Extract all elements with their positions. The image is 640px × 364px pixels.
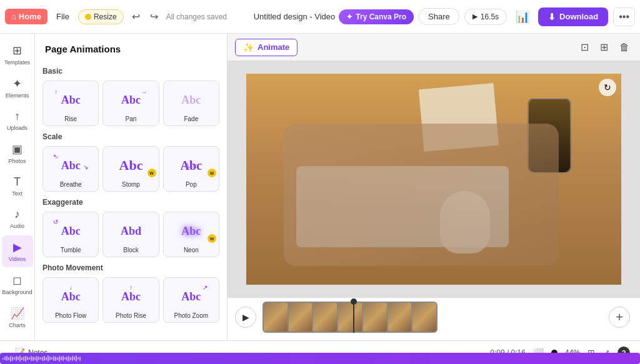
exaggerate-animations-grid: ↺ Abc Tumble Abd Block Abc W Neon xyxy=(42,212,219,257)
hands-element xyxy=(284,124,559,266)
anim-breathe-preview: ↖ Abc ↘ xyxy=(52,152,89,179)
pan-arrow-icon: → xyxy=(141,89,147,96)
breathe-corner-br: ↘ xyxy=(83,164,88,170)
sidebar-item-videos[interactable]: ▶ Videos xyxy=(2,235,33,267)
pop-pro-badge: W xyxy=(208,169,216,177)
uploads-icon: ↑ xyxy=(14,110,20,123)
home-button[interactable]: ⌂ Home xyxy=(5,9,48,24)
anim-tumble[interactable]: ↺ Abc Tumble xyxy=(42,212,99,257)
anim-block[interactable]: Abd Block xyxy=(102,212,159,257)
anim-tumble-preview: ↺ Abc xyxy=(52,217,89,245)
animate-button[interactable]: ✨ Animate xyxy=(235,39,298,56)
film-strip[interactable] xyxy=(262,302,438,333)
redo-button[interactable]: ↪ xyxy=(146,7,162,26)
add-clip-button[interactable]: + xyxy=(609,307,630,328)
photos-label: Photos xyxy=(8,158,26,164)
right-content: ✨ Animate ⊡ ⊞ 🗑 ↻ xyxy=(228,34,640,340)
anim-stomp-text: Abc xyxy=(119,157,143,174)
add-icon: + xyxy=(616,310,623,325)
uploads-label: Uploads xyxy=(7,125,28,131)
basic-animations-grid: ↑ Abc Rise → Abc Pan Abc Fade xyxy=(42,81,219,126)
anim-photorise[interactable]: ↑ Abc Photo Rise xyxy=(102,277,159,323)
canvas-video: ↻ xyxy=(246,74,621,285)
audio-label: Audio xyxy=(10,223,24,229)
refresh-canvas-button[interactable]: ↻ xyxy=(599,79,616,96)
undo-button[interactable]: ↩ xyxy=(128,7,144,26)
more-options-button[interactable]: ••• xyxy=(613,7,635,26)
charts-icon: 📈 xyxy=(11,307,24,320)
sidebar-item-audio[interactable]: ♪ Audio xyxy=(2,203,33,234)
photo-animations-grid: ↓ Abc Photo Flow ↑ Abc Photo Rise ↗ Abc xyxy=(42,277,219,323)
panel-title: Page Animations xyxy=(35,34,227,61)
anim-pan[interactable]: → Abc Pan xyxy=(102,81,159,126)
anim-fade[interactable]: Abc Fade xyxy=(163,81,219,126)
download-button[interactable]: ⬇ Download xyxy=(538,7,608,26)
film-frame-1 xyxy=(264,303,288,332)
analytics-icon[interactable]: 📊 xyxy=(512,7,533,26)
section-scale: Scale xyxy=(42,132,219,141)
sidebar-item-text[interactable]: T Text xyxy=(2,170,33,202)
anim-photoflow[interactable]: ↓ Abc Photo Flow xyxy=(42,277,99,323)
anim-rise-label: Rise xyxy=(64,116,77,122)
delete-page-button[interactable]: 🗑 xyxy=(616,39,632,56)
play-button[interactable]: ▶ xyxy=(235,307,256,328)
sidebar-item-elements[interactable]: ✦ Elements xyxy=(2,72,33,104)
anim-pop-text: Abc xyxy=(181,159,202,173)
sidebar-item-charts[interactable]: 📈 Charts xyxy=(2,302,33,333)
preview-button[interactable]: ▶ 16.5s xyxy=(464,9,507,25)
rise-arrow-up-icon: ↑ xyxy=(54,89,58,96)
home-label: Home xyxy=(19,12,41,21)
anim-block-preview: Abd xyxy=(112,217,149,245)
grid-view-button[interactable]: ⊞ xyxy=(597,38,611,56)
anim-pop-label: Pop xyxy=(186,181,197,188)
file-menu[interactable]: File xyxy=(51,9,74,24)
section-exaggerate: Exaggerate xyxy=(42,198,219,207)
anim-stomp-preview: Abc xyxy=(112,152,149,179)
anim-tumble-text: Abc xyxy=(61,225,81,238)
anim-fade-text: Abc xyxy=(181,94,201,107)
background-label: Background xyxy=(2,289,32,295)
elements-label: Elements xyxy=(6,92,29,99)
anim-neon-label: Neon xyxy=(184,247,199,253)
photos-icon: ▣ xyxy=(12,142,22,156)
anim-breathe[interactable]: ↖ Abc ↘ Breathe xyxy=(42,146,99,192)
resize-button[interactable]: Resize xyxy=(78,9,124,24)
more-sidebar-items[interactable]: ••• xyxy=(6,335,28,340)
sidebar-item-photos[interactable]: ▣ Photos xyxy=(2,137,33,169)
playhead[interactable] xyxy=(353,302,354,333)
topbar-right-group: ✦ Try Canva Pro Share ▶ 16.5s 📊 ⬇ Downlo… xyxy=(339,7,635,26)
anim-pop[interactable]: Abc Abc W Pop xyxy=(163,146,219,192)
share-button[interactable]: Share xyxy=(419,8,459,25)
anim-stomp-label: Stomp xyxy=(122,181,140,188)
text-label: Text xyxy=(12,190,22,197)
film-frame-3 xyxy=(313,303,337,332)
sidebar-item-uploads[interactable]: ↑ Uploads xyxy=(2,105,33,136)
anim-stomp[interactable]: Abc W Stomp xyxy=(102,146,159,192)
pro-star-icon: ✦ xyxy=(346,12,352,21)
anim-rise[interactable]: ↑ Abc Rise xyxy=(42,81,99,126)
anim-breathe-label: Breathe xyxy=(60,181,82,188)
anim-photozoom[interactable]: ↗ Abc Photo Zoom xyxy=(163,277,219,323)
try-pro-button[interactable]: ✦ Try Canva Pro xyxy=(339,9,414,24)
play-triangle-icon: ▶ xyxy=(242,312,249,322)
animate-sparkle-icon: ✨ xyxy=(243,42,254,52)
anim-photorise-label: Photo Rise xyxy=(116,312,146,319)
canvas-area[interactable]: ↻ xyxy=(228,61,640,297)
try-pro-label: Try Canva Pro xyxy=(356,12,406,21)
download-icon: ⬇ xyxy=(548,12,556,22)
templates-label: Templates xyxy=(4,59,30,66)
anim-block-label: Block xyxy=(123,247,138,253)
anim-neon[interactable]: Abc W Neon xyxy=(163,212,219,257)
panel-scroll[interactable]: Basic ↑ Abc Rise → Abc Pan xyxy=(35,61,227,340)
anim-photozoom-label: Photo Zoom xyxy=(174,312,208,319)
sidebar-item-background[interactable]: ◻ Background xyxy=(2,268,33,300)
anim-pan-text: Abc xyxy=(121,94,141,107)
anim-pop-preview: Abc Abc xyxy=(172,152,210,179)
templates-icon: ⊞ xyxy=(12,44,22,57)
anim-tumble-label: Tumble xyxy=(61,247,81,253)
tumble-arrow-icon: ↺ xyxy=(53,219,58,225)
film-frame-5 xyxy=(363,303,387,332)
anim-photoflow-text: Abc xyxy=(61,290,81,303)
sidebar-item-templates[interactable]: ⊞ Templates xyxy=(2,39,33,71)
fit-view-button[interactable]: ⊡ xyxy=(578,38,592,56)
